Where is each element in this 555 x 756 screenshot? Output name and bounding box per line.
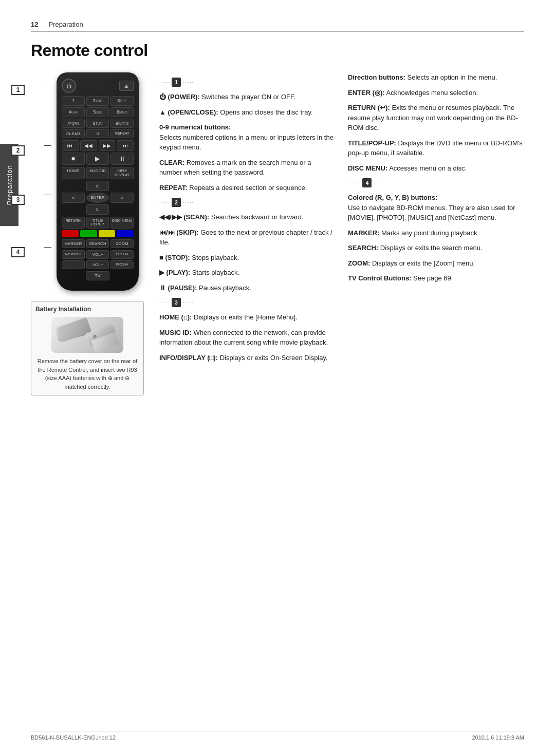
direction-desc: Direction buttons: Selects an option in … <box>348 72 524 83</box>
nav-pad: ∧ < ENTER > ∨ <box>62 181 134 215</box>
marker-button[interactable]: MARKER <box>62 239 85 248</box>
red-button[interactable] <box>62 230 79 237</box>
green-button[interactable] <box>80 230 97 237</box>
vol-row-1: AV/ INPUT VOL+ PRCH∧ <box>62 250 134 259</box>
vol-row-2: VOL− PRCH∨ <box>62 260 134 269</box>
zoom-desc: ZOOM: Displays or exits the [Zoom] menu. <box>348 258 524 269</box>
battery-caption: Remove the battery cover on the rear of … <box>35 357 139 391</box>
stop-button[interactable]: ■ <box>62 153 85 165</box>
prev-button[interactable]: ⏮ <box>62 140 79 151</box>
return-button[interactable]: RETURN <box>62 217 85 229</box>
battery-svg: ⊕ ⊖ <box>54 318 121 352</box>
btn-5[interactable]: 5JKL <box>86 107 109 117</box>
battery-title: Battery Installation <box>35 306 139 313</box>
enter-button[interactable]: ENTER <box>86 193 109 203</box>
btn-3[interactable]: 3DEF <box>110 96 134 106</box>
desc-col-2: Direction buttons: Selects an option in … <box>348 72 524 395</box>
section-title: Remote control <box>31 41 524 60</box>
disc-menu-button[interactable]: DISC MENU <box>110 217 134 229</box>
power-button[interactable]: ⏻ <box>62 79 76 93</box>
main-layout: 1 2 3 4 <box>31 72 524 395</box>
dot-line-1: · · · · · 1 · · · · · <box>159 78 336 87</box>
left-column: 1 2 3 4 <box>31 72 144 395</box>
enter-desc: ENTER (◎): Acknowledges menu selection. <box>348 88 524 98</box>
home-desc: HOME (⌂): Displays or exits the [Home Me… <box>159 312 336 323</box>
btn-2[interactable]: 2ABC <box>86 96 109 106</box>
power-desc: ⏻ (POWER): Switches the player ON or OFF… <box>159 92 336 102</box>
prch-up-button[interactable]: PRCH∧ <box>110 250 134 259</box>
dot-line-4: · · · · · · 4 · · · · · <box>348 178 524 187</box>
repeat-button[interactable]: REPEAT <box>110 129 134 138</box>
nav-up-button[interactable]: ∧ <box>86 181 109 191</box>
open-close-button[interactable]: ▲ <box>119 81 134 91</box>
title-popup-button[interactable]: TITLE/ POPUP <box>86 217 109 229</box>
clear-button[interactable]: CLEAR <box>62 129 85 138</box>
marker-desc: MARKER: Marks any point during playback. <box>348 228 524 238</box>
numeric-grid: 1 2ABC 3DEF 4GHI 5JKL 6MNO 7PQRS 8TUV 9W… <box>62 96 134 128</box>
svg-rect-2 <box>86 324 117 346</box>
return-desc: RETURN (↩): Exits the menu or resumes pl… <box>348 103 524 133</box>
forward-button[interactable]: ▶▶ <box>99 140 116 151</box>
disc-menu-desc: DISC MENU: Accesses menu on a disc. <box>348 163 524 174</box>
music-id-button[interactable]: MUSIC ID <box>86 167 109 179</box>
btn-6[interactable]: 6MNO <box>110 107 134 117</box>
tv-button[interactable]: TV <box>86 271 109 280</box>
btn-7[interactable]: 7PQRS <box>62 119 85 128</box>
search-button[interactable]: SEARCH <box>86 239 109 248</box>
pause-button[interactable]: ⏸ <box>110 153 134 165</box>
info-display-button[interactable]: INFO/ DISPLAY <box>110 167 134 179</box>
home-button[interactable]: HOME <box>62 167 85 179</box>
btn-4[interactable]: 4GHI <box>62 107 85 117</box>
tv-row: TV <box>62 271 134 280</box>
nav-down-button[interactable]: ∨ <box>86 204 109 215</box>
zoom-button[interactable]: ZOOM <box>110 239 134 248</box>
next-button[interactable]: ⏭ <box>117 140 134 151</box>
skip-desc: ⏮/⏭ (SKIP): Goes to the next or previous… <box>159 228 336 248</box>
header-title: Preparation <box>48 21 83 28</box>
numeric-desc: 0-9 numerical buttons: Selects numbered … <box>159 122 336 153</box>
remote-body: ⏻ ▲ 1 2ABC 3DEF 4GHI 5JKL 6MNO 7PQRS 8TU… <box>57 72 139 291</box>
battery-illustration: ⊕ ⊖ <box>51 317 123 353</box>
nav-menu-row: RETURN TITLE/ POPUP DISC MENU <box>62 217 134 229</box>
search-desc: SEARCH: Displays or exits the search men… <box>348 243 524 253</box>
rewind-button[interactable]: ◀◀ <box>80 140 97 151</box>
btn-9[interactable]: 9WXYZ <box>110 119 134 128</box>
btn-0[interactable]: 0 <box>86 129 109 138</box>
vol-minus-button[interactable]: VOL− <box>86 260 109 269</box>
main-content: Remote control 1 2 3 <box>31 41 524 725</box>
yellow-button[interactable] <box>99 230 116 237</box>
open-close-desc: ▲ (OPEN/CLOSE): Opens and closes the dis… <box>159 107 336 118</box>
play-desc: ▶ (PLAY): Starts playback. <box>159 268 336 278</box>
playback-row: ■ ▶ ⏸ <box>62 153 134 165</box>
dot-line-2: · · · · · 2 · · · · · <box>159 198 336 207</box>
play-button[interactable]: ▶ <box>86 153 109 165</box>
clear-desc: CLEAR: Removes a mark on the search menu… <box>159 158 336 178</box>
nav-right-button[interactable]: > <box>110 193 134 203</box>
av-input-button[interactable]: AV/ INPUT <box>62 250 85 259</box>
scan-desc: ◀◀/▶▶ (SCAN): Searches backward or forwa… <box>159 212 336 222</box>
music-id-desc: MUSIC ID: When connected to the network,… <box>159 328 336 348</box>
dot-line-3: · · · · · 3 · · · · · <box>159 298 336 307</box>
btn-1[interactable]: 1 <box>62 96 85 106</box>
repeat-desc: REPEAT: Repeats a desired section or seq… <box>159 183 336 193</box>
tv-control-desc: TV Control Buttons: See page 69. <box>348 273 524 284</box>
desc-col-1: · · · · · 1 · · · · · ⏻ (POWER): Switche… <box>159 72 336 395</box>
nav-left-button[interactable]: < <box>62 193 85 203</box>
page-footer: BD561-N-BUSALLK-ENG.indd 12 2010.1.6 11:… <box>31 731 524 741</box>
vol-plus-button[interactable]: VOL+ <box>86 250 109 259</box>
info-display-desc: INFO/DISPLAY (□): Displays or exits On-S… <box>159 353 336 363</box>
remote-wrapper: 1 2 3 4 <box>31 72 144 291</box>
svg-text:⊕: ⊕ <box>61 329 67 336</box>
pause-desc: ⏸ (PAUSE): Pauses playback. <box>159 283 336 293</box>
page-number: 12 <box>31 21 38 28</box>
color-buttons <box>62 230 134 237</box>
title-popup-desc: TITLE/POP-UP: Displays the DVD title men… <box>348 138 524 158</box>
marker-search-zoom-row: MARKER SEARCH ZOOM <box>62 239 134 248</box>
side-tab: Preparation <box>0 144 18 226</box>
power-row: ⏻ ▲ <box>62 79 134 93</box>
right-columns: · · · · · 1 · · · · · ⏻ (POWER): Switche… <box>159 72 524 395</box>
prch-dn-button[interactable]: PRCH∨ <box>110 260 134 269</box>
blue-button[interactable] <box>117 230 134 237</box>
btn-8[interactable]: 8TUV <box>86 119 109 128</box>
spacer <box>62 260 85 269</box>
